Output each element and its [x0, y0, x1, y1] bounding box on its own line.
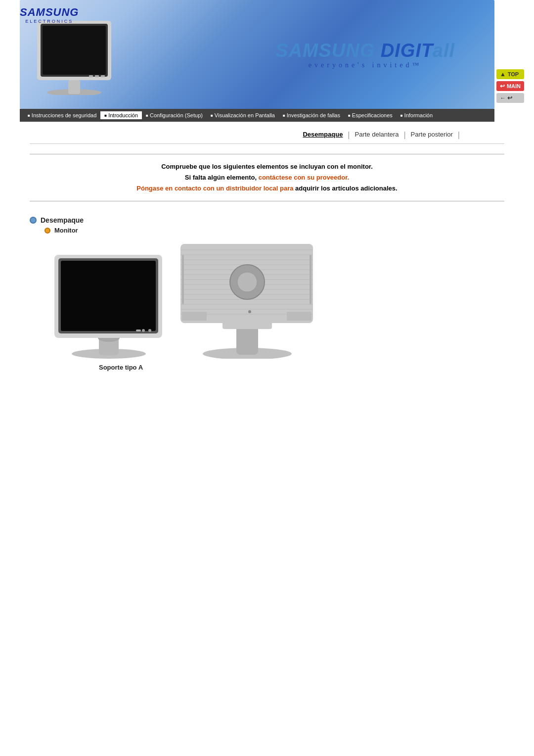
back-button[interactable]: ← ↩	[496, 93, 524, 103]
svg-rect-7	[101, 75, 105, 77]
svg-rect-38	[182, 312, 207, 321]
section-desempaque: Desempaque	[30, 216, 504, 224]
monitor-back-svg	[178, 240, 316, 359]
info-line2: Si falta algún elemento, contáctese con …	[40, 172, 494, 183]
svg-rect-42	[310, 255, 312, 304]
svg-rect-41	[182, 255, 184, 304]
header-area: SAMSUNG ELECTRONICS ▲ TOP ↩ MAIN ← ↩	[0, 0, 534, 122]
nav-item-visualizacion[interactable]: Visualización en Pantalla	[207, 111, 279, 119]
brand-name: SAMSUNG	[20, 6, 79, 19]
caption-text: Soporte tipo A	[99, 364, 143, 371]
nav-label-seguridad: Instrucciones de seguridad	[32, 112, 96, 118]
sub-bullet	[44, 228, 50, 234]
top-icon: ▲	[500, 71, 506, 78]
brand-sub: ELECTRONICS	[20, 19, 79, 24]
monitor-front-illus	[49, 250, 168, 359]
nav-item-seguridad[interactable]: Instrucciones de seguridad	[24, 111, 100, 119]
back-icon: ← ↩	[500, 94, 512, 101]
banner: SAMSUNG DIGITall everyone's invited™	[20, 0, 494, 109]
nav-label-introduccion: Introducción	[108, 112, 138, 118]
monitors-row	[49, 240, 504, 359]
breadcrumb-sep3: |	[458, 131, 460, 140]
section-title: Desempaque	[41, 216, 84, 224]
nav-item-configuracion[interactable]: Configuración (Setup)	[142, 111, 207, 119]
main-button[interactable]: ↩ MAIN	[496, 81, 524, 91]
svg-point-37	[237, 272, 257, 292]
nav-item-introduccion[interactable]: Introducción	[100, 111, 142, 119]
breadcrumb-desempaque[interactable]: Desempaque	[303, 131, 343, 140]
info-line3-normal: adquirir los artículos adicionales.	[295, 185, 398, 192]
section-bullet	[30, 217, 37, 224]
svg-point-40	[248, 310, 251, 313]
nav-label-investigacion: Investigación de fallas	[287, 112, 340, 118]
nav-label-configuracion: Configuración (Setup)	[150, 112, 203, 118]
nav-item-especificaciones[interactable]: Especificaciones	[344, 111, 397, 119]
monitor-front-image	[30, 16, 119, 95]
svg-rect-5	[89, 75, 93, 77]
sub-section-monitor: Monitor	[44, 227, 504, 234]
main-icon: ↩	[500, 83, 505, 90]
nav-item-investigacion[interactable]: Investigación de fallas	[279, 111, 344, 119]
svg-rect-1	[68, 80, 80, 94]
svg-rect-16	[136, 330, 141, 331]
svg-point-14	[142, 329, 145, 332]
samsung-logo: SAMSUNG ELECTRONICS	[20, 6, 79, 24]
nav-bar: Instrucciones de seguridad Introducción …	[20, 109, 494, 122]
banner-brand-main: SAMSUNG DIGITall	[275, 40, 455, 61]
caption-area: Soporte tipo A	[99, 363, 504, 372]
nav-item-informacion[interactable]: Información	[397, 111, 437, 119]
sub-title: Monitor	[54, 227, 78, 234]
breadcrumb-sep1: |	[348, 131, 350, 140]
svg-rect-4	[43, 26, 106, 75]
banner-brand: SAMSUNG DIGITall everyone's invited™	[275, 40, 455, 69]
top-label: TOP	[508, 71, 519, 77]
nav-label-especificaciones: Especificaciones	[352, 112, 393, 118]
monitor-back-illus	[178, 240, 316, 359]
nav-label-informacion: Información	[404, 112, 433, 118]
breadcrumb-delantera[interactable]: Parte delantera	[355, 131, 399, 140]
info-box: Compruebe que los siguientes elementos s…	[30, 154, 504, 201]
info-line2-normal: Si falta algún elemento,	[185, 174, 257, 181]
info-line3: Póngase en contacto con un distribuidor …	[40, 183, 494, 194]
info-line1: Compruebe que los siguientes elementos s…	[40, 161, 494, 172]
svg-rect-6	[95, 75, 99, 77]
breadcrumb-posterior[interactable]: Parte posterior	[411, 131, 453, 140]
breadcrumb-sep2: |	[403, 131, 405, 140]
main-label: MAIN	[507, 83, 521, 89]
monitor-front-svg	[49, 250, 168, 359]
svg-rect-13	[61, 261, 156, 331]
banner-brand-sub: everyone's invited™	[275, 61, 455, 69]
svg-point-15	[148, 329, 151, 332]
info-line2-link[interactable]: contáctese con su proveedor.	[259, 174, 350, 181]
top-button[interactable]: ▲ TOP	[496, 69, 524, 79]
side-buttons: ▲ TOP ↩ MAIN ← ↩	[496, 69, 524, 103]
nav-label-visualizacion: Visualización en Pantalla	[215, 112, 275, 118]
breadcrumb: Desempaque | Parte delantera | Parte pos…	[30, 131, 504, 144]
content-area: Compruebe que los siguientes elementos s…	[30, 154, 504, 372]
svg-rect-39	[287, 312, 312, 321]
info-line3-link[interactable]: Póngase en contacto con un distribuidor …	[136, 185, 293, 192]
